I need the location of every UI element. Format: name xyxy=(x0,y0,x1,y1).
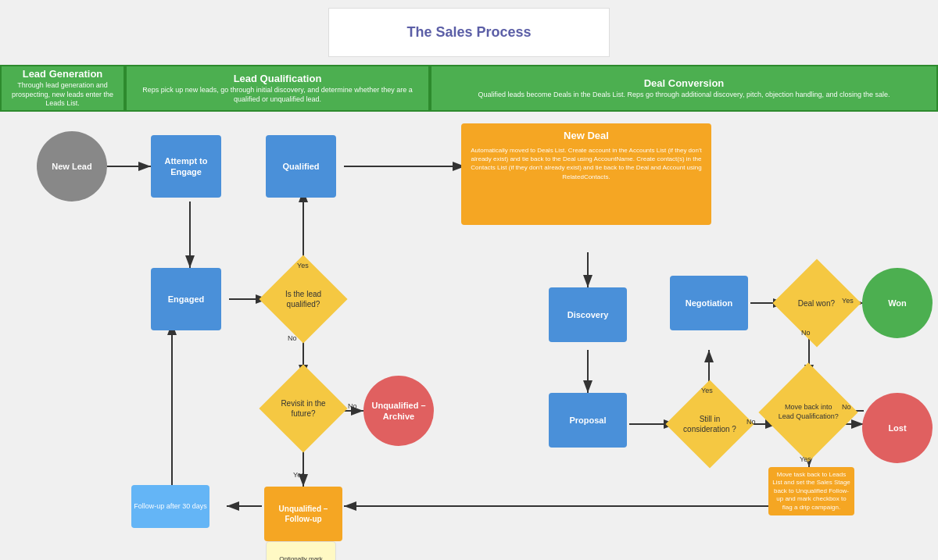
discovery-label: Discovery xyxy=(567,309,609,320)
won-node: Won xyxy=(862,268,933,338)
lost-label: Lost xyxy=(888,423,906,433)
engaged-node: Engaged xyxy=(151,268,221,330)
yes-label-3: Yes xyxy=(701,387,713,394)
revisit-label: Revisit in the future? xyxy=(272,395,335,422)
unqualified-followup-label: Unqualified – Follow-up xyxy=(264,504,342,524)
negotiation-node: Negotiation xyxy=(670,276,748,330)
yes-label-4: Yes xyxy=(842,297,854,305)
new-lead-label: New Lead xyxy=(52,161,91,172)
followup-desc-node: Optionally mark checkbox to flag a drip … xyxy=(266,541,336,560)
qualified-label: Qualified xyxy=(282,161,319,172)
still-consideration-label: Still in consideration ? xyxy=(678,411,741,437)
won-label: Won xyxy=(888,298,907,309)
title-card: The Sales Process xyxy=(328,8,610,57)
phase-lead-qual-title: Lead Qualification xyxy=(234,73,322,84)
qualified-node: Qualified xyxy=(266,135,336,198)
phase-lead-gen-title: Lead Generation xyxy=(23,68,103,80)
move-back-diamond: Move back into Lead Qualification? xyxy=(758,362,857,462)
new-deal-node: New Deal Automatically moved to Deals Li… xyxy=(461,123,711,225)
discovery-node: Discovery xyxy=(549,287,627,342)
phase-deal-conv-desc: Qualified leads become Deals in the Deal… xyxy=(478,91,890,100)
phase-deal-conv-title: Deal Conversion xyxy=(644,77,725,89)
yes-label-1: Yes xyxy=(297,262,309,269)
no-label-2: No xyxy=(348,402,357,410)
followup-desc-text: Optionally mark checkbox to flag a drip … xyxy=(270,555,332,561)
move-back-label: Move back into Lead Qualification? xyxy=(773,400,843,424)
page-title: The Sales Process xyxy=(406,24,531,40)
phase-lead-qual-desc: Reps pick up new leads, go through initi… xyxy=(134,86,421,104)
phase-lead-qual: Lead Qualification Reps pick up new lead… xyxy=(125,65,430,112)
no-label-1: No xyxy=(288,334,297,342)
phase-headers: Lead Generation Through lead generation … xyxy=(0,65,938,112)
engaged-label: Engaged xyxy=(168,294,204,305)
flowchart: New Lead Attempt to Engage Qualified Eng… xyxy=(20,112,918,560)
is-qualified-label: Is the lead qualified? xyxy=(272,286,335,312)
no-label-4: No xyxy=(801,329,811,337)
phase-lead-gen: Lead Generation Through lead generation … xyxy=(0,65,125,112)
attempt-engage-node: Attempt to Engage xyxy=(151,135,221,198)
followup-30days-label: Follow-up after 30 days xyxy=(134,502,207,512)
new-lead-node: New Lead xyxy=(37,131,107,202)
no-label-5: No xyxy=(842,403,851,411)
proposal-label: Proposal xyxy=(569,415,606,426)
revisit-diamond: Revisit in the future? xyxy=(259,364,347,452)
unqualified-archive-label: Unqualified – Archive xyxy=(363,400,434,423)
move-back-desc-node: Move task back to Leads List and set the… xyxy=(768,467,854,515)
attempt-engage-label: Attempt to Engage xyxy=(151,155,221,178)
page-container: The Sales Process Lead Generation Throug… xyxy=(0,8,938,560)
lost-node: Lost xyxy=(862,393,933,463)
proposal-node: Proposal xyxy=(549,393,627,448)
unqualified-archive-node: Unqualified – Archive xyxy=(363,376,434,446)
new-deal-title: New Deal xyxy=(467,130,705,141)
phase-deal-conv: Deal Conversion Qualified leads become D… xyxy=(430,65,938,112)
followup-30days-node: Follow-up after 30 days xyxy=(131,485,209,528)
no-label-3: No xyxy=(746,418,756,426)
unqualified-followup-node: Unqualified – Follow-up xyxy=(264,487,342,541)
move-back-desc-text: Move task back to Leads List and set the… xyxy=(772,471,850,511)
negotiation-label: Negotiation xyxy=(686,298,733,309)
yes-label-5: Yes xyxy=(800,455,811,463)
yes-label-2: Yes xyxy=(293,471,305,479)
deal-won-label: Deal won? xyxy=(795,294,838,311)
new-deal-desc: Automatically moved to Deals List. Creat… xyxy=(467,146,705,181)
phase-lead-gen-desc: Through lead generation and prospecting,… xyxy=(9,81,116,109)
